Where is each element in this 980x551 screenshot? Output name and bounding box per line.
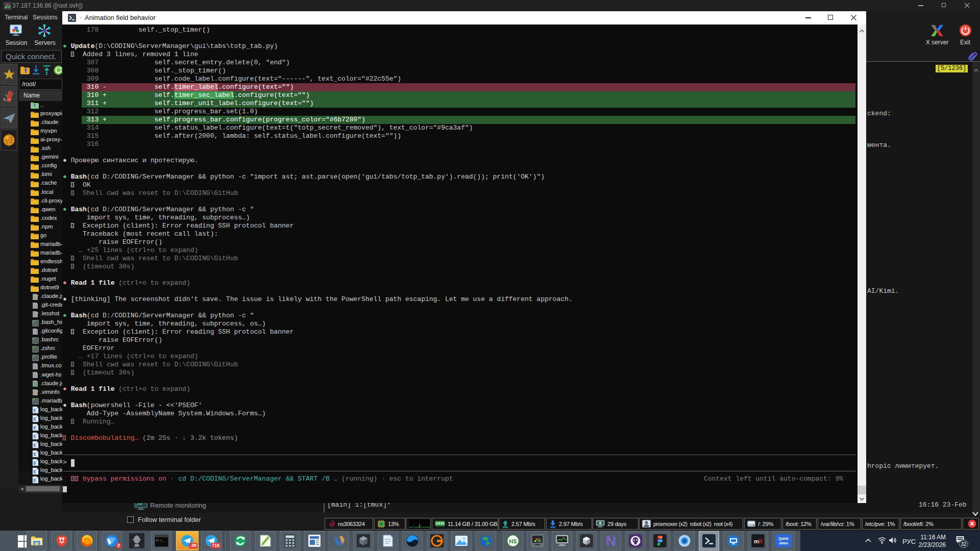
svg-text:utmo: utmo xyxy=(779,541,788,545)
svg-text:HS: HS xyxy=(509,538,517,544)
svg-text:Quick: Quick xyxy=(778,537,789,541)
svg-text:R: R xyxy=(758,538,763,544)
svg-text:C:\_: C:\_ xyxy=(156,539,164,542)
svg-text:FURY: FURY xyxy=(134,545,140,548)
